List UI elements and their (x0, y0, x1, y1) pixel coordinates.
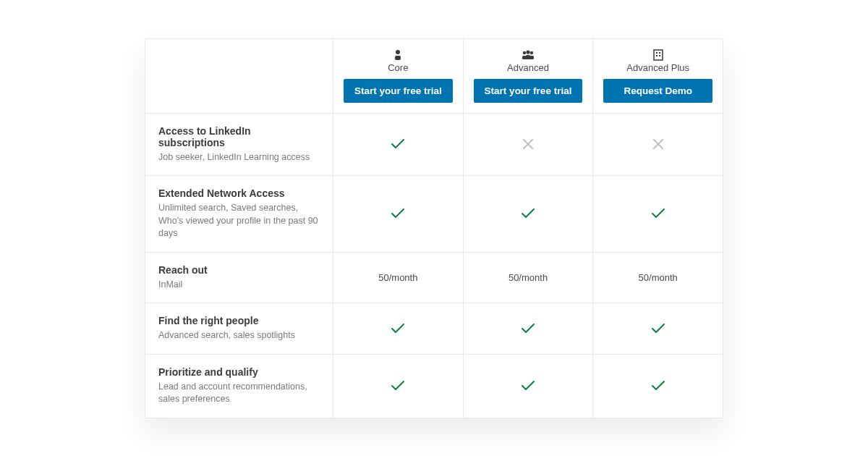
check-icon (652, 381, 665, 391)
feature-description: Advanced search, sales spotlights (158, 329, 295, 342)
feature-row: Access to LinkedIn subscriptionsJob seek… (145, 114, 723, 177)
feature-value-cell (593, 114, 723, 176)
check-icon (391, 381, 404, 391)
plan-name: Core (388, 62, 408, 73)
svg-rect-10 (659, 52, 660, 54)
check-icon (652, 324, 665, 334)
people-icon (521, 49, 535, 61)
feature-value-cell (464, 176, 594, 252)
feature-value-cell: 50/month (593, 253, 723, 303)
svg-rect-8 (654, 50, 663, 60)
feature-value-text: 50/month (639, 272, 678, 283)
feature-value-cell (593, 303, 723, 354)
feature-title: Prioritize and qualify (158, 366, 258, 378)
svg-rect-11 (656, 55, 658, 56)
svg-point-3 (526, 50, 529, 54)
feature-row: Prioritize and qualifyLead and account r… (145, 355, 723, 418)
svg-rect-1 (395, 56, 401, 60)
feature-value-cell (333, 114, 464, 176)
feature-title: Access to LinkedIn subscriptions (158, 125, 320, 148)
feature-label-cell: Reach outInMail (145, 253, 333, 303)
feature-description: InMail (158, 279, 182, 292)
plan-name: Advanced Plus (626, 62, 689, 73)
header-empty-cell (145, 39, 333, 113)
feature-value-cell (464, 355, 594, 418)
check-icon (522, 381, 535, 391)
svg-rect-7 (529, 56, 534, 59)
start-trial-button-advanced[interactable]: Start your free trial (474, 79, 583, 103)
feature-value-text: 50/month (378, 272, 417, 283)
pricing-comparison-table: Core Start your free trial Advanced Star… (145, 38, 723, 418)
svg-point-4 (530, 51, 533, 54)
person-icon (393, 49, 403, 61)
plan-name: Advanced (507, 62, 549, 73)
plan-header-advanced: Advanced Start your free trial (464, 39, 594, 113)
cross-icon (523, 139, 533, 149)
feature-description: Lead and account recommendations, sales … (158, 381, 320, 406)
feature-title: Extended Network Access (158, 187, 285, 199)
cross-icon (653, 139, 663, 149)
feature-value-text: 50/month (509, 272, 548, 283)
feature-value-cell (333, 176, 464, 252)
feature-row: Find the right peopleAdvanced search, sa… (145, 303, 723, 355)
plan-header-advanced-plus: Advanced Plus Request Demo (593, 39, 723, 113)
check-icon (652, 208, 665, 219)
header-row: Core Start your free trial Advanced Star… (145, 39, 723, 114)
check-icon (391, 208, 404, 219)
feature-value-cell (333, 303, 464, 354)
feature-label-cell: Find the right peopleAdvanced search, sa… (145, 303, 333, 354)
check-icon (522, 324, 535, 334)
feature-description: Job seeker, LinkedIn Learning access (158, 151, 310, 164)
feature-label-cell: Prioritize and qualifyLead and account r… (145, 355, 333, 418)
svg-point-2 (523, 51, 526, 54)
feature-row: Extended Network AccessUnlimited search,… (145, 176, 723, 253)
feature-value-cell (464, 114, 594, 176)
feature-value-cell (593, 355, 723, 418)
feature-label-cell: Extended Network AccessUnlimited search,… (145, 176, 333, 252)
svg-rect-9 (656, 52, 658, 54)
feature-value-cell: 50/month (464, 253, 594, 303)
svg-rect-12 (659, 55, 660, 56)
feature-label-cell: Access to LinkedIn subscriptionsJob seek… (145, 114, 333, 176)
check-icon (391, 139, 404, 149)
feature-row: Reach outInMail50/month50/month50/month (145, 253, 723, 304)
feature-title: Find the right people (158, 315, 258, 326)
request-demo-button[interactable]: Request Demo (603, 79, 712, 103)
feature-value-cell (464, 303, 594, 354)
feature-value-cell (333, 355, 464, 418)
feature-description: Unlimited search, Saved searches, Who's … (158, 202, 320, 240)
check-icon (522, 208, 535, 219)
start-trial-button-core[interactable]: Start your free trial (344, 79, 453, 103)
plan-header-core: Core Start your free trial (333, 39, 464, 113)
check-icon (391, 324, 404, 334)
feature-title: Reach out (158, 264, 208, 276)
feature-value-cell (593, 176, 723, 252)
building-icon (653, 49, 663, 61)
svg-point-0 (396, 50, 400, 54)
feature-value-cell: 50/month (333, 253, 464, 303)
